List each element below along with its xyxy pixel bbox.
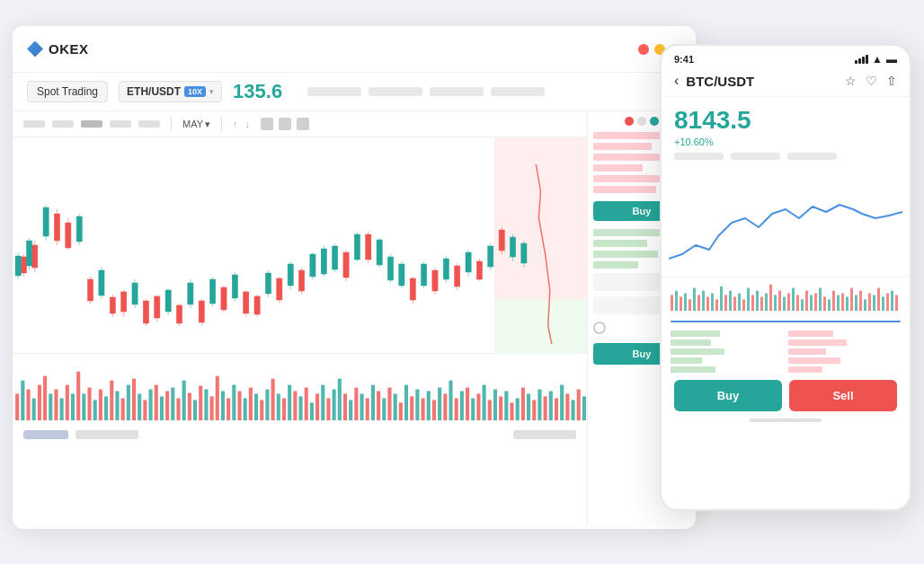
svg-rect-251 [895,295,898,312]
svg-rect-162 [371,385,375,421]
mobile-home-indicator [750,419,822,422]
svg-rect-176 [449,381,452,420]
arrow-down-icon[interactable]: ↓ [245,119,251,129]
spot-trading-button[interactable]: Spot Trading [27,81,108,102]
svg-rect-194 [549,391,553,420]
svg-rect-240 [846,296,848,311]
settings-icon[interactable] [279,118,291,130]
mobile-panel: 9:41 ▲ ▬ ‹ BTC/USDT ☆ ♡ ⇧ [660,44,911,511]
svg-rect-219 [751,295,754,312]
svg-rect-225 [778,291,781,311]
svg-rect-164 [382,398,386,420]
svg-rect-102 [38,385,41,421]
may-button[interactable]: MAY ▾ [182,119,210,130]
svg-rect-143 [265,390,269,421]
svg-rect-232 [810,295,813,312]
mobile-sell-button[interactable]: Sell [789,380,897,411]
svg-rect-186 [504,391,508,420]
mobile-buy-button[interactable]: Buy [674,380,782,411]
mobile-action-buttons: Buy Sell [662,373,910,419]
chevron-icon: ▾ [205,119,210,130]
mobile-chart [662,169,910,277]
svg-rect-227 [787,294,790,312]
svg-rect-114 [104,396,108,420]
svg-rect-151 [310,402,314,420]
svg-rect-108 [71,393,75,420]
svg-rect-233 [814,294,817,312]
pair-text: ETH/USDT [127,85,181,98]
svg-rect-165 [387,388,391,421]
svg-rect-135 [221,391,225,420]
pencil-icon[interactable] [261,118,273,130]
svg-rect-145 [277,393,280,420]
svg-rect-168 [404,385,408,421]
mobile-pair: BTC/USDT [686,74,754,89]
pair-selector[interactable]: ETH/USDT 10X ▾ [119,81,222,102]
price-item-1 [674,153,724,160]
svg-rect-177 [455,398,458,420]
svg-rect-222 [765,294,768,312]
svg-rect-236 [828,299,831,311]
svg-rect-169 [410,396,413,420]
bell-icon[interactable]: ♡ [866,74,877,88]
svg-rect-89 [443,259,449,279]
signal-bar-3 [862,57,865,64]
svg-rect-39 [410,278,415,300]
share-icon[interactable]: ⇧ [886,74,897,88]
signal-bar-2 [858,58,861,64]
mobile-statusbar: 9:41 ▲ ▬ [662,46,910,69]
svg-rect-75 [321,249,326,274]
svg-rect-226 [783,296,786,311]
ask-bar [593,154,661,161]
svg-rect-224 [774,295,777,312]
svg-rect-146 [282,398,286,420]
svg-rect-25 [221,287,227,310]
back-button[interactable]: ‹ [674,73,679,89]
svg-rect-142 [260,400,263,420]
chart-tb-4[interactable] [110,120,131,128]
svg-rect-153 [321,385,324,421]
svg-rect-31 [277,278,282,300]
arrow-up-icon[interactable]: ↑ [233,119,238,129]
svg-rect-188 [516,398,520,420]
svg-rect-206 [693,288,696,311]
bid-bar [593,251,658,258]
svg-rect-51 [26,241,31,266]
svg-rect-1 [494,299,587,353]
svg-rect-29 [254,296,260,314]
mobile-volume-svg [669,278,902,313]
svg-rect-215 [733,296,736,311]
svg-rect-138 [237,391,241,420]
app-name: OKEX [49,41,89,57]
svg-rect-99 [21,381,24,420]
svg-rect-244 [864,299,866,311]
svg-rect-120 [138,393,141,420]
svg-rect-41 [432,270,438,291]
svg-rect-115 [110,381,113,420]
battery-icon: ▬ [886,53,897,66]
logo-icon [27,41,43,57]
svg-rect-237 [832,291,835,311]
bid-bar [593,240,647,247]
svg-rect-53 [43,207,49,236]
svg-rect-178 [460,391,464,420]
svg-rect-122 [149,390,153,421]
svg-rect-21 [176,305,182,323]
star-icon[interactable]: ☆ [845,74,857,88]
footer-tag-3 [513,430,576,439]
svg-rect-248 [882,296,884,311]
svg-rect-132 [204,390,208,421]
close-button[interactable] [638,44,649,55]
chart-tb-2[interactable] [52,120,74,128]
expand-icon[interactable] [297,118,309,130]
chart-tb-3[interactable] [81,120,102,128]
svg-rect-133 [210,396,214,420]
mobile-chart-svg [669,169,902,277]
svg-rect-179 [466,388,469,421]
chart-tb-5[interactable] [138,120,160,128]
svg-rect-250 [891,291,893,311]
chart-tb-1[interactable] [23,120,45,128]
signal-bar-1 [855,60,857,64]
svg-rect-136 [227,398,230,420]
volume-chart [13,353,587,425]
